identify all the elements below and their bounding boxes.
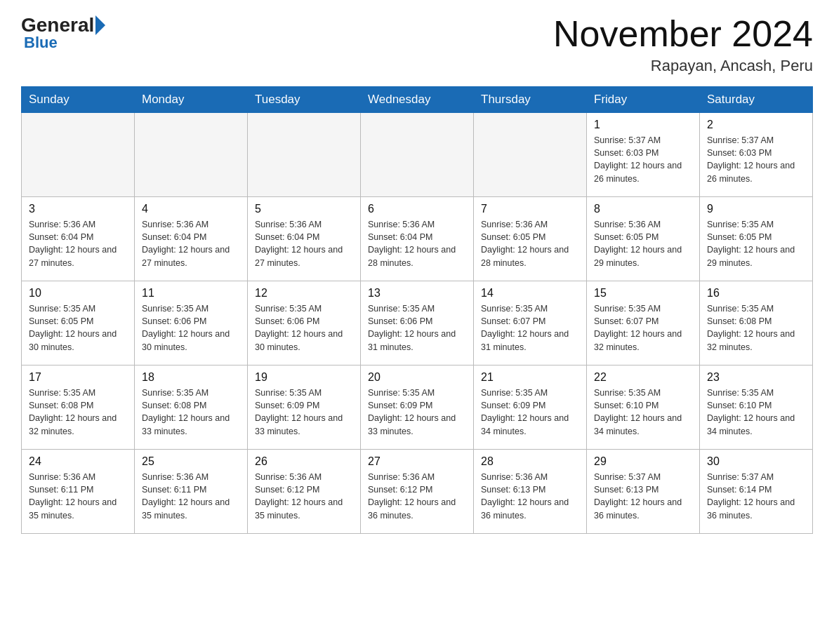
day-number: 21 [481, 371, 579, 384]
col-thursday: Thursday [474, 87, 587, 113]
calendar-cell: 25Sunrise: 5:36 AM Sunset: 6:11 PM Dayli… [135, 450, 248, 534]
day-info: Sunrise: 5:35 AM Sunset: 6:06 PM Dayligh… [368, 302, 466, 354]
calendar-cell: 14Sunrise: 5:35 AM Sunset: 6:07 PM Dayli… [474, 281, 587, 365]
day-info: Sunrise: 5:35 AM Sunset: 6:08 PM Dayligh… [707, 302, 805, 354]
day-number: 12 [255, 287, 353, 300]
header: General Blue November 2024 Rapayan, Anca… [21, 14, 813, 75]
day-number: 25 [142, 455, 240, 468]
calendar-cell: 4Sunrise: 5:36 AM Sunset: 6:04 PM Daylig… [135, 197, 248, 281]
day-number: 22 [594, 371, 692, 384]
day-info: Sunrise: 5:37 AM Sunset: 6:13 PM Dayligh… [594, 471, 692, 522]
calendar-cell: 19Sunrise: 5:35 AM Sunset: 6:09 PM Dayli… [248, 365, 361, 450]
day-number: 3 [29, 203, 127, 215]
calendar-cell: 17Sunrise: 5:35 AM Sunset: 6:08 PM Dayli… [22, 365, 135, 450]
day-info: Sunrise: 5:36 AM Sunset: 6:13 PM Dayligh… [481, 471, 579, 522]
day-info: Sunrise: 5:37 AM Sunset: 6:03 PM Dayligh… [594, 134, 692, 185]
day-number: 2 [707, 119, 805, 131]
day-info: Sunrise: 5:36 AM Sunset: 6:05 PM Dayligh… [594, 218, 692, 269]
day-number: 7 [481, 203, 579, 215]
col-monday: Monday [135, 87, 248, 113]
day-number: 19 [255, 371, 353, 384]
col-saturday: Saturday [700, 87, 813, 113]
day-number: 24 [29, 455, 127, 468]
calendar-cell: 12Sunrise: 5:35 AM Sunset: 6:06 PM Dayli… [248, 281, 361, 365]
calendar-cell: 30Sunrise: 5:37 AM Sunset: 6:14 PM Dayli… [700, 450, 813, 534]
logo-blue-text: Blue [24, 34, 58, 52]
col-sunday: Sunday [22, 87, 135, 113]
month-title: November 2024 [553, 14, 813, 54]
calendar-week-row: 24Sunrise: 5:36 AM Sunset: 6:11 PM Dayli… [22, 450, 813, 534]
calendar-cell [474, 113, 587, 197]
day-number: 5 [255, 203, 353, 215]
calendar-week-row: 17Sunrise: 5:35 AM Sunset: 6:08 PM Dayli… [22, 365, 813, 450]
day-info: Sunrise: 5:35 AM Sunset: 6:10 PM Dayligh… [594, 387, 692, 438]
day-number: 26 [255, 455, 353, 468]
day-number: 27 [368, 455, 466, 468]
day-info: Sunrise: 5:36 AM Sunset: 6:11 PM Dayligh… [29, 471, 127, 522]
calendar-cell: 20Sunrise: 5:35 AM Sunset: 6:09 PM Dayli… [361, 365, 474, 450]
calendar-cell: 26Sunrise: 5:36 AM Sunset: 6:12 PM Dayli… [248, 450, 361, 534]
calendar-cell: 2Sunrise: 5:37 AM Sunset: 6:03 PM Daylig… [700, 113, 813, 197]
calendar-week-row: 10Sunrise: 5:35 AM Sunset: 6:05 PM Dayli… [22, 281, 813, 365]
day-info: Sunrise: 5:36 AM Sunset: 6:11 PM Dayligh… [142, 471, 240, 522]
day-info: Sunrise: 5:35 AM Sunset: 6:09 PM Dayligh… [481, 387, 579, 438]
day-number: 28 [481, 455, 579, 468]
day-info: Sunrise: 5:36 AM Sunset: 6:12 PM Dayligh… [255, 471, 353, 522]
day-info: Sunrise: 5:36 AM Sunset: 6:12 PM Dayligh… [368, 471, 466, 522]
calendar-table: Sunday Monday Tuesday Wednesday Thursday… [21, 86, 813, 534]
calendar-header-row: Sunday Monday Tuesday Wednesday Thursday… [22, 87, 813, 113]
calendar-cell: 8Sunrise: 5:36 AM Sunset: 6:05 PM Daylig… [587, 197, 700, 281]
day-number: 15 [594, 287, 692, 300]
day-number: 1 [594, 119, 692, 131]
day-info: Sunrise: 5:35 AM Sunset: 6:09 PM Dayligh… [255, 387, 353, 438]
calendar-cell: 10Sunrise: 5:35 AM Sunset: 6:05 PM Dayli… [22, 281, 135, 365]
day-info: Sunrise: 5:37 AM Sunset: 6:14 PM Dayligh… [707, 471, 805, 522]
title-area: November 2024 Rapayan, Ancash, Peru [553, 14, 813, 75]
calendar-cell: 23Sunrise: 5:35 AM Sunset: 6:10 PM Dayli… [700, 365, 813, 450]
day-number: 13 [368, 287, 466, 300]
day-info: Sunrise: 5:35 AM Sunset: 6:10 PM Dayligh… [707, 387, 805, 438]
day-info: Sunrise: 5:35 AM Sunset: 6:08 PM Dayligh… [29, 387, 127, 438]
col-friday: Friday [587, 87, 700, 113]
day-number: 17 [29, 371, 127, 384]
day-info: Sunrise: 5:36 AM Sunset: 6:05 PM Dayligh… [481, 218, 579, 269]
calendar-cell: 13Sunrise: 5:35 AM Sunset: 6:06 PM Dayli… [361, 281, 474, 365]
day-number: 30 [707, 455, 805, 468]
calendar-cell: 1Sunrise: 5:37 AM Sunset: 6:03 PM Daylig… [587, 113, 700, 197]
calendar-cell: 5Sunrise: 5:36 AM Sunset: 6:04 PM Daylig… [248, 197, 361, 281]
calendar-cell [248, 113, 361, 197]
calendar-cell: 11Sunrise: 5:35 AM Sunset: 6:06 PM Dayli… [135, 281, 248, 365]
day-number: 6 [368, 203, 466, 215]
calendar-cell: 15Sunrise: 5:35 AM Sunset: 6:07 PM Dayli… [587, 281, 700, 365]
calendar-cell [135, 113, 248, 197]
day-info: Sunrise: 5:35 AM Sunset: 6:07 PM Dayligh… [594, 302, 692, 354]
day-number: 8 [594, 203, 692, 215]
day-info: Sunrise: 5:35 AM Sunset: 6:08 PM Dayligh… [142, 387, 240, 438]
day-info: Sunrise: 5:36 AM Sunset: 6:04 PM Dayligh… [142, 218, 240, 269]
day-info: Sunrise: 5:36 AM Sunset: 6:04 PM Dayligh… [368, 218, 466, 269]
calendar-cell: 22Sunrise: 5:35 AM Sunset: 6:10 PM Dayli… [587, 365, 700, 450]
calendar-cell [361, 113, 474, 197]
location-subtitle: Rapayan, Ancash, Peru [553, 57, 813, 75]
calendar-cell: 29Sunrise: 5:37 AM Sunset: 6:13 PM Dayli… [587, 450, 700, 534]
calendar-cell [22, 113, 135, 197]
calendar-cell: 27Sunrise: 5:36 AM Sunset: 6:12 PM Dayli… [361, 450, 474, 534]
day-number: 4 [142, 203, 240, 215]
calendar-cell: 18Sunrise: 5:35 AM Sunset: 6:08 PM Dayli… [135, 365, 248, 450]
calendar-cell: 28Sunrise: 5:36 AM Sunset: 6:13 PM Dayli… [474, 450, 587, 534]
day-number: 20 [368, 371, 466, 384]
calendar-cell: 7Sunrise: 5:36 AM Sunset: 6:05 PM Daylig… [474, 197, 587, 281]
day-info: Sunrise: 5:35 AM Sunset: 6:06 PM Dayligh… [255, 302, 353, 354]
day-info: Sunrise: 5:35 AM Sunset: 6:06 PM Dayligh… [142, 302, 240, 354]
col-tuesday: Tuesday [248, 87, 361, 113]
day-info: Sunrise: 5:37 AM Sunset: 6:03 PM Dayligh… [707, 134, 805, 185]
calendar-cell: 16Sunrise: 5:35 AM Sunset: 6:08 PM Dayli… [700, 281, 813, 365]
day-info: Sunrise: 5:35 AM Sunset: 6:07 PM Dayligh… [481, 302, 579, 354]
day-info: Sunrise: 5:36 AM Sunset: 6:04 PM Dayligh… [29, 218, 127, 269]
calendar-cell: 21Sunrise: 5:35 AM Sunset: 6:09 PM Dayli… [474, 365, 587, 450]
day-number: 11 [142, 287, 240, 300]
day-info: Sunrise: 5:35 AM Sunset: 6:05 PM Dayligh… [29, 302, 127, 354]
day-number: 29 [594, 455, 692, 468]
calendar-week-row: 3Sunrise: 5:36 AM Sunset: 6:04 PM Daylig… [22, 197, 813, 281]
calendar-week-row: 1Sunrise: 5:37 AM Sunset: 6:03 PM Daylig… [22, 113, 813, 197]
